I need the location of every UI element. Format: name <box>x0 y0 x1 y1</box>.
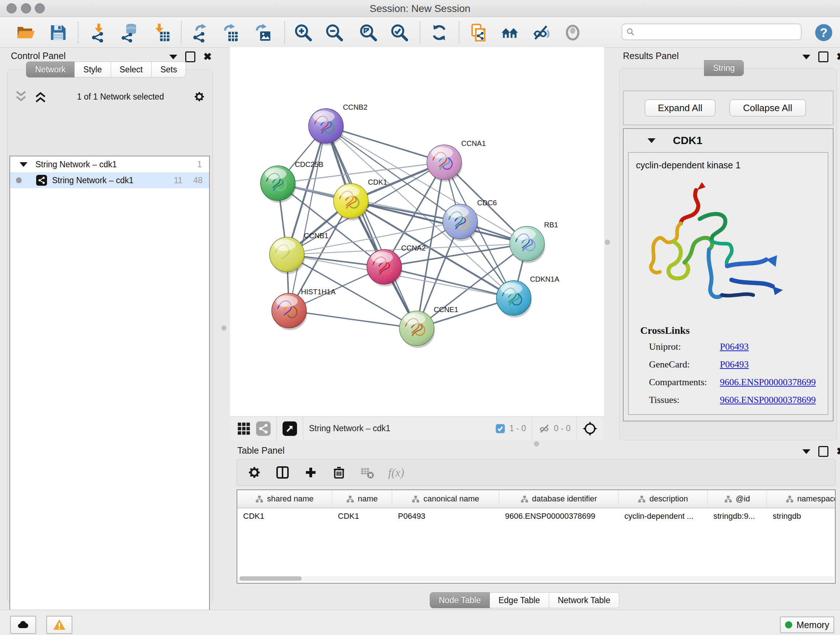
node-CDK1[interactable] <box>333 184 369 220</box>
table-cell[interactable]: stringdb:9... <box>707 511 767 521</box>
gear-icon[interactable] <box>193 90 205 103</box>
expand-all-button[interactable]: Expand All <box>645 99 715 117</box>
tab-select[interactable]: Select <box>111 62 152 78</box>
table-gear-icon[interactable] <box>247 465 262 480</box>
collapse-all-icon[interactable] <box>14 89 28 104</box>
memory-button[interactable]: Memory <box>780 616 834 633</box>
table-cell[interactable]: stringdb <box>767 511 836 521</box>
delete-table-icon[interactable] <box>360 465 374 480</box>
tab-node-table[interactable]: Node Table <box>430 592 490 608</box>
show-details-button[interactable] <box>562 22 583 43</box>
column-header-canonical-name[interactable]: canonical name <box>392 490 499 508</box>
import-table-file-button[interactable] <box>151 22 172 43</box>
network-view[interactable]: CCNB2CCNA1CDC25BCDK1CDC6RB1CCNB1CCNA2CDK… <box>230 47 604 416</box>
table-row[interactable]: CDK1CDK1P064939606.ENSP00000378699cyclin… <box>237 508 835 524</box>
node-CDC6[interactable] <box>443 204 478 241</box>
edge-CCNA2-CDKN1A[interactable] <box>384 267 514 298</box>
collapse-all-button[interactable]: Collapse All <box>729 99 806 117</box>
close-panel-icon[interactable]: ✖ <box>836 447 840 456</box>
hide-unhide-button[interactable] <box>531 22 551 43</box>
close-panel-icon[interactable]: ✖ <box>203 52 212 61</box>
column-header--id[interactable]: @id <box>707 490 767 508</box>
warnings-button[interactable] <box>46 616 73 634</box>
float-panel-icon[interactable] <box>185 51 195 62</box>
tab-sets[interactable]: Sets <box>152 62 186 78</box>
float-panel-icon[interactable] <box>818 51 829 62</box>
crosslink-link[interactable]: P06493 <box>720 359 748 370</box>
apply-layout-button[interactable] <box>429 22 450 43</box>
float-panel-icon[interactable] <box>818 446 829 457</box>
panel-menu-icon[interactable] <box>802 55 810 59</box>
node-CCNA2[interactable] <box>367 249 402 287</box>
export-image-button[interactable] <box>253 22 273 43</box>
tab-network-table[interactable]: Network Table <box>549 592 619 608</box>
collection-caret-icon[interactable] <box>19 162 27 167</box>
node-CCNE1[interactable] <box>399 311 435 348</box>
tab-network[interactable]: Network <box>26 62 74 78</box>
node-HIST1H1A[interactable] <box>272 293 307 330</box>
edge-CCNB2-HIST1H1A[interactable] <box>289 126 326 310</box>
crosslink-link[interactable]: 9606.ENSP00000378699 <box>720 377 816 388</box>
network-row[interactable]: String Network – cdk1 11 48 <box>10 172 209 188</box>
gene-card-header[interactable]: CDK1 <box>624 129 833 152</box>
expand-all-icon[interactable] <box>33 89 48 104</box>
string-home-button[interactable] <box>499 22 520 43</box>
close-panel-icon[interactable]: ✖ <box>836 52 840 61</box>
center-view-icon[interactable] <box>583 421 598 436</box>
tab-string[interactable]: String <box>704 60 744 76</box>
import-network-file-button[interactable] <box>88 22 109 43</box>
panel-menu-icon[interactable] <box>169 55 177 59</box>
birds-eye-view-icon[interactable] <box>283 421 297 436</box>
save-session-button[interactable] <box>48 22 69 43</box>
edge-HIST1H1A-CCNE1[interactable] <box>289 310 417 328</box>
edge-CCNB2-CCNE1[interactable] <box>326 126 417 328</box>
crosslink-link[interactable]: 9606.ENSP00000378699 <box>720 394 816 405</box>
node-CDKN1A[interactable] <box>496 280 532 318</box>
node-CDC25B[interactable] <box>261 166 296 203</box>
zoom-in-button[interactable] <box>293 22 314 43</box>
export-table-file-button[interactable] <box>221 22 242 43</box>
right-splitter-handle[interactable] <box>605 240 610 245</box>
cloud-button[interactable] <box>10 616 36 634</box>
search-input[interactable] <box>638 27 797 37</box>
node-RB1[interactable] <box>510 226 545 263</box>
crosslink-link[interactable]: P06493 <box>720 412 748 415</box>
grid-view-icon[interactable] <box>237 421 251 436</box>
gene-collapse-caret-icon[interactable] <box>647 138 655 143</box>
table-cell[interactable]: CDK1 <box>237 511 332 521</box>
crosslink-link[interactable]: P06493 <box>720 341 748 352</box>
column-header-namespace[interactable]: namespace <box>767 490 836 508</box>
table-cell[interactable]: cyclin-dependent ... <box>619 511 707 521</box>
network-canvas[interactable]: CCNB2CCNA1CDC25BCDK1CDC6RB1CCNB1CCNA2CDK… <box>230 47 604 416</box>
help-button[interactable]: ? <box>813 22 834 43</box>
column-header-name[interactable]: name <box>332 490 392 508</box>
table-cell[interactable]: 9606.ENSP00000378699 <box>499 511 619 521</box>
selected-checkbox-icon[interactable] <box>495 423 506 434</box>
add-column-icon[interactable] <box>303 465 318 480</box>
left-splitter-handle[interactable] <box>221 325 226 331</box>
horizontal-scrollbar[interactable] <box>238 576 834 581</box>
hidden-glasses-icon[interactable] <box>538 423 551 434</box>
table-cell[interactable]: CDK1 <box>332 511 392 521</box>
zoom-out-button[interactable] <box>324 22 345 43</box>
import-network-database-button[interactable] <box>118 22 140 43</box>
node-CCNB1[interactable] <box>270 237 305 274</box>
table-cell[interactable]: P06493 <box>392 511 499 521</box>
scrollbar-thumb[interactable] <box>240 576 302 581</box>
open-session-button[interactable] <box>15 22 36 43</box>
export-network-file-button[interactable] <box>189 22 210 43</box>
node-CCNA1[interactable] <box>427 145 462 182</box>
column-header-description[interactable]: description <box>619 490 707 508</box>
tab-style[interactable]: Style <box>74 62 111 78</box>
zoom-fit-button[interactable] <box>358 22 379 43</box>
panel-menu-icon[interactable] <box>802 449 810 454</box>
column-header-shared-name[interactable]: shared name <box>237 490 332 508</box>
clone-network-button[interactable] <box>468 22 489 43</box>
network-share-view-icon[interactable] <box>256 421 271 436</box>
network-collection-row[interactable]: String Network – cdk1 1 <box>10 157 209 172</box>
function-builder-icon[interactable]: f(x) <box>388 466 404 479</box>
tab-edge-table[interactable]: Edge Table <box>490 592 549 608</box>
zoom-selected-button[interactable] <box>389 22 410 43</box>
column-header-database-identifier[interactable]: database identifier <box>499 490 619 508</box>
show-columns-icon[interactable] <box>275 465 290 480</box>
